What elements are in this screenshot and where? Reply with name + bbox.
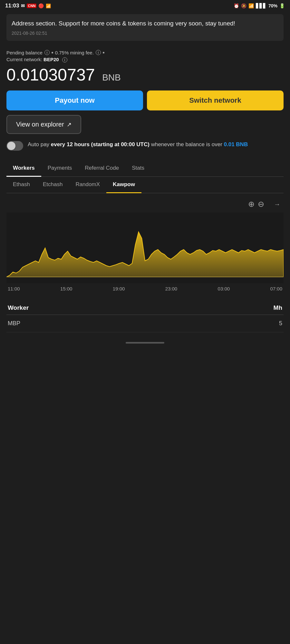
subtab-etchash[interactable]: Etchash <box>36 177 69 193</box>
network-info-icon[interactable]: i <box>62 57 67 62</box>
autopay-highlight: 0.01 BNB <box>224 141 248 147</box>
dot-separator-1 <box>52 52 53 53</box>
pending-info-icon[interactable]: i <box>44 50 50 55</box>
status-time: 11:03 <box>5 3 19 9</box>
announcement-card: Address section. Support for more coins … <box>6 14 284 41</box>
signal-strength-icon: ▋▋▋ <box>256 3 266 8</box>
table-row: MBP 5 <box>6 315 284 332</box>
balance-info-row: Pending balance i 0.75% mining fee. i <box>6 50 284 55</box>
chart-section: 11:00 15:00 19:00 23:00 03:00 07:00 <box>6 213 284 291</box>
zoom-out-icon[interactable]: ⊖ <box>258 200 264 209</box>
cnn-icon: CNN <box>27 4 36 8</box>
workers-table-header: Worker Mh <box>6 301 284 315</box>
main-content: Address section. Support for more coins … <box>0 14 290 347</box>
battery-icon: 🔋 <box>279 3 285 8</box>
explorer-button[interactable]: View on explorer ↗ <box>6 115 81 134</box>
network-row: Current network: BEP20 i <box>6 57 284 63</box>
toggle-thumb <box>7 142 15 150</box>
action-buttons: Payout now Switch network <box>6 90 284 110</box>
status-bar: 11:03 ✉ CNN 🔴 📶 ⏰ 🔕 📶 ▋▋▋ 70% 🔋 <box>0 0 290 12</box>
battery-percent: 70% <box>268 3 277 8</box>
mute-icon: 🔕 <box>241 3 247 8</box>
x-label-4: 23:00 <box>165 286 178 291</box>
subtab-ethash[interactable]: Ethash <box>6 177 36 193</box>
autopay-text: Auto pay every 12 hours (starting at 00:… <box>28 140 248 149</box>
autopay-row: Auto pay every 12 hours (starting at 00:… <box>6 140 284 151</box>
tab-workers[interactable]: Workers <box>6 160 41 177</box>
workers-table: Worker Mh MBP 5 <box>6 301 284 332</box>
worker-name-mbp: MBP <box>8 320 20 327</box>
announcement-text: Address section. Support for more coins … <box>12 19 278 28</box>
zoom-in-icon[interactable]: ⊕ <box>248 200 255 209</box>
autopay-text-1: Auto pay <box>28 141 51 147</box>
chart-container <box>6 213 284 283</box>
x-label-5: 03:00 <box>218 286 230 291</box>
email-icon: ✉ <box>21 3 25 8</box>
status-right: ⏰ 🔕 📶 ▋▋▋ 70% 🔋 <box>234 3 285 8</box>
payout-button[interactable]: Payout now <box>6 90 143 110</box>
balance-section: Pending balance i 0.75% mining fee. i Cu… <box>6 50 284 84</box>
worker-value-mbp: 5 <box>279 320 282 327</box>
chart-svg <box>6 213 284 283</box>
status-left: 11:03 ✉ CNN 🔴 📶 <box>5 3 51 9</box>
switch-network-button[interactable]: Switch network <box>147 90 284 110</box>
tabs-section: Workers Payments Referral Code Stats Eth… <box>6 160 284 193</box>
x-label-2: 15:00 <box>60 286 72 291</box>
sub-tabs: Ethash Etchash RandomX Kawpow <box>6 177 284 193</box>
autopay-toggle[interactable] <box>6 141 23 151</box>
tab-payments[interactable]: Payments <box>41 160 79 177</box>
autopay-bold: every 12 hours (starting at 00:00 UTC) <box>51 141 150 147</box>
subtab-randomx[interactable]: RandomX <box>69 177 106 193</box>
x-label-3: 19:00 <box>113 286 125 291</box>
network-label: Current network: <box>6 57 42 62</box>
balance-amount: 0.01030737 BNB <box>6 66 284 84</box>
external-link-icon: ↗ <box>67 121 72 128</box>
fee-info-icon[interactable]: i <box>96 50 101 55</box>
subtab-kawpow[interactable]: Kawpow <box>106 177 141 193</box>
mh-col-header: Mh <box>274 304 282 311</box>
toggle-track <box>6 141 23 151</box>
x-label-6: 07:00 <box>270 286 282 291</box>
network-name: BEP20 <box>44 57 59 62</box>
x-label-1: 11:00 <box>8 286 20 291</box>
autopay-text-2: whenever the balance is over <box>150 141 224 147</box>
explorer-label: View on explorer <box>16 121 64 128</box>
pending-label: Pending balance <box>6 50 43 55</box>
bottom-indicator <box>126 342 164 344</box>
main-tabs: Workers Payments Referral Code Stats <box>6 160 284 177</box>
tab-referral[interactable]: Referral Code <box>78 160 125 177</box>
bottom-bar <box>6 339 284 347</box>
balance-value: 0.01030737 <box>6 65 95 84</box>
chart-next-icon[interactable]: → <box>274 201 280 208</box>
worker-col-header: Worker <box>8 304 29 311</box>
dot-separator-2 <box>103 52 104 53</box>
chart-controls: ⊕ ⊖ → <box>6 200 284 209</box>
balance-currency: BNB <box>102 72 121 82</box>
signal-icons: 📶 <box>46 4 51 8</box>
alarm-icon: ⏰ <box>234 3 239 8</box>
mining-fee-label: 0.75% mining fee. <box>55 50 94 55</box>
tab-stats[interactable]: Stats <box>125 160 151 177</box>
announcement-date: 2021-08-26 02:51 <box>12 31 278 36</box>
chart-x-labels: 11:00 15:00 19:00 23:00 03:00 07:00 <box>6 283 284 291</box>
wifi-icon: 📶 <box>248 3 254 8</box>
alert-icon: 🔴 <box>38 3 44 8</box>
